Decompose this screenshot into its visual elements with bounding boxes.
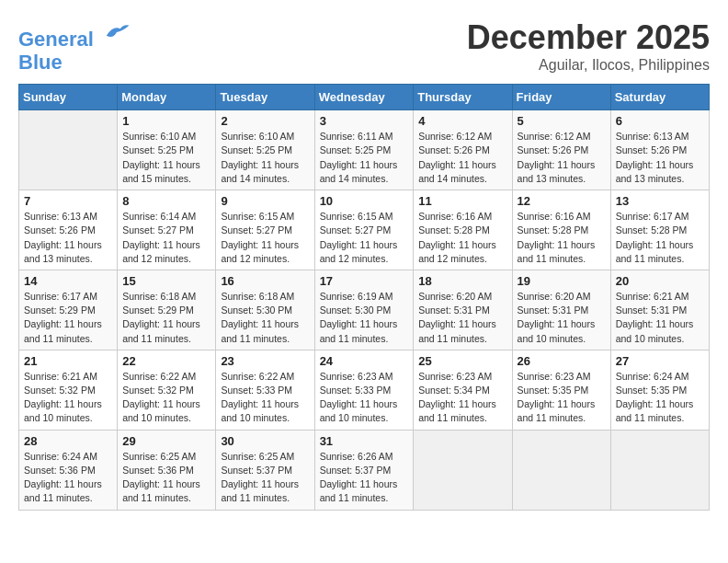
calendar-cell: 13Sunrise: 6:17 AMSunset: 5:28 PMDayligh… bbox=[610, 190, 709, 270]
month-title: December 2025 bbox=[467, 18, 710, 57]
location-title: Aguilar, Ilocos, Philippines bbox=[467, 57, 710, 74]
day-number: 5 bbox=[518, 114, 606, 128]
calendar-cell: 20Sunrise: 6:21 AMSunset: 5:31 PMDayligh… bbox=[610, 270, 709, 350]
calendar-cell bbox=[512, 430, 610, 510]
calendar-cell: 7Sunrise: 6:13 AMSunset: 5:26 PMDaylight… bbox=[19, 190, 118, 270]
day-info: Sunrise: 6:15 AMSunset: 5:27 PMDaylight:… bbox=[320, 210, 409, 266]
calendar-week-row: 14Sunrise: 6:17 AMSunset: 5:29 PMDayligh… bbox=[19, 270, 710, 350]
calendar-week-row: 1Sunrise: 6:10 AMSunset: 5:25 PMDaylight… bbox=[19, 110, 710, 190]
day-info: Sunrise: 6:13 AMSunset: 5:26 PMDaylight:… bbox=[24, 210, 112, 266]
calendar-cell: 14Sunrise: 6:17 AMSunset: 5:29 PMDayligh… bbox=[19, 270, 118, 350]
calendar-cell bbox=[414, 430, 512, 510]
calendar-cell: 24Sunrise: 6:23 AMSunset: 5:33 PMDayligh… bbox=[314, 350, 414, 430]
day-number: 20 bbox=[616, 274, 704, 288]
calendar-cell: 21Sunrise: 6:21 AMSunset: 5:32 PMDayligh… bbox=[19, 350, 118, 430]
calendar-cell: 23Sunrise: 6:22 AMSunset: 5:33 PMDayligh… bbox=[216, 350, 314, 430]
day-info: Sunrise: 6:20 AMSunset: 5:31 PMDaylight:… bbox=[418, 290, 506, 346]
page-header: General Blue December 2025 Aguilar, Iloc… bbox=[18, 18, 710, 75]
day-number: 16 bbox=[221, 274, 309, 288]
day-number: 21 bbox=[24, 354, 112, 368]
day-number: 30 bbox=[221, 434, 309, 448]
day-info: Sunrise: 6:22 AMSunset: 5:33 PMDaylight:… bbox=[221, 370, 309, 426]
day-number: 7 bbox=[24, 194, 112, 208]
day-number: 29 bbox=[122, 434, 210, 448]
day-info: Sunrise: 6:18 AMSunset: 5:29 PMDaylight:… bbox=[122, 290, 210, 346]
day-number: 10 bbox=[320, 194, 409, 208]
day-info: Sunrise: 6:14 AMSunset: 5:27 PMDaylight:… bbox=[122, 210, 210, 266]
day-info: Sunrise: 6:20 AMSunset: 5:31 PMDaylight:… bbox=[518, 290, 606, 346]
calendar-cell: 8Sunrise: 6:14 AMSunset: 5:27 PMDaylight… bbox=[118, 190, 216, 270]
day-number: 24 bbox=[320, 354, 409, 368]
day-of-week-header: Thursday bbox=[414, 85, 512, 110]
day-of-week-header: Saturday bbox=[610, 85, 709, 110]
day-number: 9 bbox=[221, 194, 309, 208]
day-number: 15 bbox=[122, 274, 210, 288]
calendar-cell: 31Sunrise: 6:26 AMSunset: 5:37 PMDayligh… bbox=[314, 430, 414, 510]
calendar-cell bbox=[610, 430, 709, 510]
day-of-week-header: Tuesday bbox=[216, 85, 314, 110]
day-info: Sunrise: 6:17 AMSunset: 5:28 PMDaylight:… bbox=[616, 210, 704, 266]
day-info: Sunrise: 6:23 AMSunset: 5:33 PMDaylight:… bbox=[320, 370, 409, 426]
day-number: 26 bbox=[518, 354, 606, 368]
calendar-cell: 16Sunrise: 6:18 AMSunset: 5:30 PMDayligh… bbox=[216, 270, 314, 350]
calendar-cell: 30Sunrise: 6:25 AMSunset: 5:37 PMDayligh… bbox=[216, 430, 314, 510]
day-info: Sunrise: 6:19 AMSunset: 5:30 PMDaylight:… bbox=[320, 290, 409, 346]
day-info: Sunrise: 6:16 AMSunset: 5:28 PMDaylight:… bbox=[518, 210, 606, 266]
logo-text: General bbox=[18, 18, 131, 51]
day-info: Sunrise: 6:24 AMSunset: 5:35 PMDaylight:… bbox=[616, 370, 704, 426]
day-number: 19 bbox=[518, 274, 606, 288]
day-of-week-header: Friday bbox=[512, 85, 610, 110]
day-number: 3 bbox=[320, 114, 409, 128]
calendar-cell: 1Sunrise: 6:10 AMSunset: 5:25 PMDaylight… bbox=[118, 110, 216, 190]
day-info: Sunrise: 6:23 AMSunset: 5:34 PMDaylight:… bbox=[418, 370, 506, 426]
day-number: 23 bbox=[221, 354, 309, 368]
day-number: 25 bbox=[418, 354, 506, 368]
calendar-cell: 5Sunrise: 6:12 AMSunset: 5:26 PMDaylight… bbox=[512, 110, 610, 190]
day-number: 8 bbox=[122, 194, 210, 208]
day-info: Sunrise: 6:12 AMSunset: 5:26 PMDaylight:… bbox=[418, 130, 506, 186]
day-info: Sunrise: 6:26 AMSunset: 5:37 PMDaylight:… bbox=[320, 450, 409, 506]
day-number: 1 bbox=[122, 114, 210, 128]
day-number: 13 bbox=[616, 194, 704, 208]
calendar-cell: 18Sunrise: 6:20 AMSunset: 5:31 PMDayligh… bbox=[414, 270, 512, 350]
calendar-cell: 17Sunrise: 6:19 AMSunset: 5:30 PMDayligh… bbox=[314, 270, 414, 350]
day-info: Sunrise: 6:22 AMSunset: 5:32 PMDaylight:… bbox=[122, 370, 210, 426]
day-number: 18 bbox=[418, 274, 506, 288]
day-info: Sunrise: 6:21 AMSunset: 5:32 PMDaylight:… bbox=[24, 370, 112, 426]
calendar-cell: 22Sunrise: 6:22 AMSunset: 5:32 PMDayligh… bbox=[118, 350, 216, 430]
day-number: 27 bbox=[616, 354, 704, 368]
day-info: Sunrise: 6:25 AMSunset: 5:37 PMDaylight:… bbox=[221, 450, 309, 506]
calendar-cell: 29Sunrise: 6:25 AMSunset: 5:36 PMDayligh… bbox=[118, 430, 216, 510]
day-info: Sunrise: 6:21 AMSunset: 5:31 PMDaylight:… bbox=[616, 290, 704, 346]
day-number: 12 bbox=[518, 194, 606, 208]
day-number: 22 bbox=[122, 354, 210, 368]
calendar-week-row: 21Sunrise: 6:21 AMSunset: 5:32 PMDayligh… bbox=[19, 350, 710, 430]
day-number: 4 bbox=[418, 114, 506, 128]
day-info: Sunrise: 6:10 AMSunset: 5:25 PMDaylight:… bbox=[122, 130, 210, 186]
calendar-cell: 2Sunrise: 6:10 AMSunset: 5:25 PMDaylight… bbox=[216, 110, 314, 190]
day-info: Sunrise: 6:24 AMSunset: 5:36 PMDaylight:… bbox=[24, 450, 112, 506]
calendar-cell bbox=[19, 110, 118, 190]
calendar-table: SundayMondayTuesdayWednesdayThursdayFrid… bbox=[18, 84, 710, 510]
days-of-week-row: SundayMondayTuesdayWednesdayThursdayFrid… bbox=[19, 85, 710, 110]
day-info: Sunrise: 6:11 AMSunset: 5:25 PMDaylight:… bbox=[320, 130, 409, 186]
title-block: December 2025 Aguilar, Ilocos, Philippin… bbox=[467, 18, 710, 74]
day-info: Sunrise: 6:15 AMSunset: 5:27 PMDaylight:… bbox=[221, 210, 309, 266]
day-number: 17 bbox=[320, 274, 409, 288]
day-number: 6 bbox=[616, 114, 704, 128]
logo-bird-icon bbox=[103, 18, 131, 46]
logo-blue: Blue bbox=[18, 51, 131, 75]
calendar-cell: 4Sunrise: 6:12 AMSunset: 5:26 PMDaylight… bbox=[414, 110, 512, 190]
calendar-cell: 26Sunrise: 6:23 AMSunset: 5:35 PMDayligh… bbox=[512, 350, 610, 430]
calendar-cell: 28Sunrise: 6:24 AMSunset: 5:36 PMDayligh… bbox=[19, 430, 118, 510]
calendar-cell: 6Sunrise: 6:13 AMSunset: 5:26 PMDaylight… bbox=[610, 110, 709, 190]
day-info: Sunrise: 6:25 AMSunset: 5:36 PMDaylight:… bbox=[122, 450, 210, 506]
day-number: 14 bbox=[24, 274, 112, 288]
day-of-week-header: Wednesday bbox=[314, 85, 414, 110]
calendar-cell: 27Sunrise: 6:24 AMSunset: 5:35 PMDayligh… bbox=[610, 350, 709, 430]
day-info: Sunrise: 6:23 AMSunset: 5:35 PMDaylight:… bbox=[518, 370, 606, 426]
calendar-cell: 12Sunrise: 6:16 AMSunset: 5:28 PMDayligh… bbox=[512, 190, 610, 270]
calendar-cell: 11Sunrise: 6:16 AMSunset: 5:28 PMDayligh… bbox=[414, 190, 512, 270]
day-number: 28 bbox=[24, 434, 112, 448]
day-info: Sunrise: 6:13 AMSunset: 5:26 PMDaylight:… bbox=[616, 130, 704, 186]
